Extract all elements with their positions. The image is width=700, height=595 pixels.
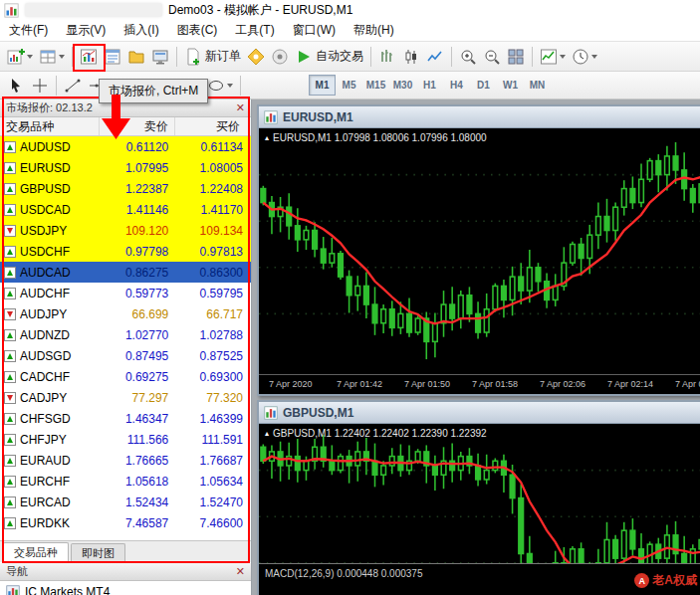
column-header-bid[interactable]: 卖价 [100,117,175,135]
timeframe-h4[interactable]: H4 [443,75,470,96]
close-icon[interactable]: ✕ [236,565,245,578]
market-watch-row[interactable]: GBPUSD1.223871.22408 [0,178,251,199]
autotrading-button[interactable]: 自动交易 [292,45,366,69]
trendline-button[interactable] [61,74,85,98]
timeframe-h1[interactable]: H1 [416,75,443,96]
crosshair-button[interactable] [28,74,52,98]
price-pane[interactable]: ▴ GBPUSD,M1 1.22402 1.22402 1.22390 1.22… [259,424,700,563]
market-watch-row[interactable]: USDCAD1.411461.41170 [0,199,251,220]
ohlc-label: ▴ GBPUSD,M1 1.22402 1.22402 1.22390 1.22… [265,428,487,439]
market-watch-row[interactable]: AUDCAD0.862750.86300 [0,262,251,283]
symbol-name: EURAUD [20,454,71,468]
ask-price: 1.05634 [174,475,251,489]
chart-window-gbpusd: GBPUSD,M1 ▴ GBPUSD,M1 1.22402 1.22402 1.… [257,400,700,595]
menu-item[interactable]: 显示(V) [57,19,115,42]
profiles-button[interactable] [36,45,68,69]
market-watch-row[interactable]: AUDSGD0.874950.87525 [0,345,251,366]
menu-item[interactable]: 文件(F) [0,19,57,42]
toolbar-separator [240,76,241,96]
market-watch-row[interactable]: EURUSD1.079951.08005 [0,157,251,178]
tile-windows-button[interactable] [504,45,528,69]
symbol-cell: EURCHF [0,475,100,489]
bid-price: 1.05618 [100,475,175,489]
timeframe-m1[interactable]: M1 [309,75,336,96]
new-chart-button[interactable] [4,45,36,69]
toolbar-separator [176,47,177,67]
navigator-button[interactable] [124,45,148,69]
timeframe-mn[interactable]: MN [524,75,551,96]
market-watch-row[interactable]: CADCHF0.692750.69300 [0,366,251,387]
chart-title-bar[interactable]: EURUSD,M1 [259,106,700,128]
menu-item[interactable]: 窗口(W) [284,19,345,42]
market-watch-row[interactable]: EURCHF1.056181.05634 [0,471,251,492]
market-watch-row[interactable]: USDJPY109.120109.134 [0,220,251,241]
ask-price: 77.320 [174,391,251,405]
zoom-out-button[interactable] [480,45,504,69]
up-arrow-icon [4,476,16,488]
indicators-button[interactable] [537,45,569,69]
menu-item[interactable]: 帮助(H) [345,19,403,42]
macd-label: MACD(12,26,9) 0.000448 0.000375 [265,568,422,579]
up-arrow-icon [4,434,16,446]
market-watch-row[interactable]: AUDCHF0.597730.59795 [0,283,251,303]
watermark: A 老A权威 [634,572,697,589]
market-watch-tabs: 交易品种即时图 [0,540,251,562]
line-chart-button[interactable] [423,45,447,69]
candle-chart-button[interactable] [399,45,423,69]
timeframe-m30[interactable]: M30 [389,75,416,96]
market-watch-button[interactable] [77,45,101,69]
menu-item[interactable]: 图表(C) [168,19,227,42]
market-watch-row[interactable]: AUDJPY66.69966.717 [0,303,251,324]
shapes-button[interactable] [204,74,236,98]
market-watch-row[interactable]: AUDNZD1.027701.02788 [0,324,251,345]
terminal-button[interactable] [148,45,172,69]
column-header-ask[interactable]: 买价 [175,117,249,135]
time-label: 7 Apr 2020 [269,379,313,389]
symbol-cell: AUDSGD [0,349,100,363]
market-watch-row[interactable]: CHFJPY111.566111.591 [0,429,251,450]
chart-body[interactable]: ▴ GBPUSD,M1 1.22402 1.22402 1.22390 1.22… [259,424,700,595]
timeframe-m15[interactable]: M15 [362,75,389,96]
menu-item[interactable]: 插入(I) [115,19,167,42]
chart-body[interactable]: ▴ EURUSD,M1 1.07998 1.08006 1.07996 1.08… [259,128,700,394]
chart-title-bar[interactable]: GBPUSD,M1 [259,402,700,424]
market-watch-row[interactable]: EURDKK7.465877.46600 [0,512,251,533]
navigator-item[interactable]: IC Markets MT4 [0,582,251,595]
navigator-header[interactable]: 导航 ✕ [0,563,251,581]
symbol-cell: CHFSGD [0,412,100,426]
bid-price: 1.52434 [100,496,175,509]
new-order-button[interactable]: 新订单 [181,45,244,69]
symbol-cell: AUDCHF [0,287,100,300]
market-watch-row[interactable]: USDCHF0.977980.97813 [0,241,251,262]
metaeditor-button[interactable] [244,45,268,69]
close-icon[interactable]: ✕ [236,101,245,114]
up-arrow-icon [4,162,16,174]
arrow-glyph [7,395,13,401]
menu-item[interactable]: 工具(T) [226,19,283,42]
bar-chart-button[interactable] [375,45,399,69]
zoom-in-button[interactable] [456,45,480,69]
timeframe-m5[interactable]: M5 [336,75,362,96]
column-header-symbol[interactable]: 交易品种 [0,117,100,135]
cursor-button[interactable] [4,74,28,98]
market-watch-row[interactable]: CHFSGD1.463471.46399 [0,408,251,429]
ask-price: 0.59795 [174,287,251,300]
timeframe-w1[interactable]: W1 [497,75,524,96]
chevron-down-icon [560,55,566,59]
data-window-button[interactable] [101,45,124,69]
symbol-name: CHFJPY [20,433,67,447]
market-watch-row[interactable]: CADJPY77.29777.320 [0,387,251,408]
market-watch-row[interactable]: EURAUD1.766651.76687 [0,450,251,471]
market-watch-row[interactable]: EURCAD1.524341.52470 [0,492,251,512]
periods-button[interactable] [569,45,600,69]
chevron-down-icon [27,55,33,59]
autotrading-label: 自动交易 [316,48,363,65]
symbol-name: USDCHF [20,245,70,259]
market-watch-tab[interactable]: 即时图 [71,543,125,562]
new-order-icon [184,48,202,66]
market-watch-tab[interactable]: 交易品种 [3,542,69,562]
market-watch-row[interactable]: AUDUSD0.611200.61134 [0,136,251,157]
price-chart-eurusd[interactable] [259,128,700,360]
mql-community-button[interactable] [268,45,292,69]
timeframe-d1[interactable]: D1 [470,75,497,96]
